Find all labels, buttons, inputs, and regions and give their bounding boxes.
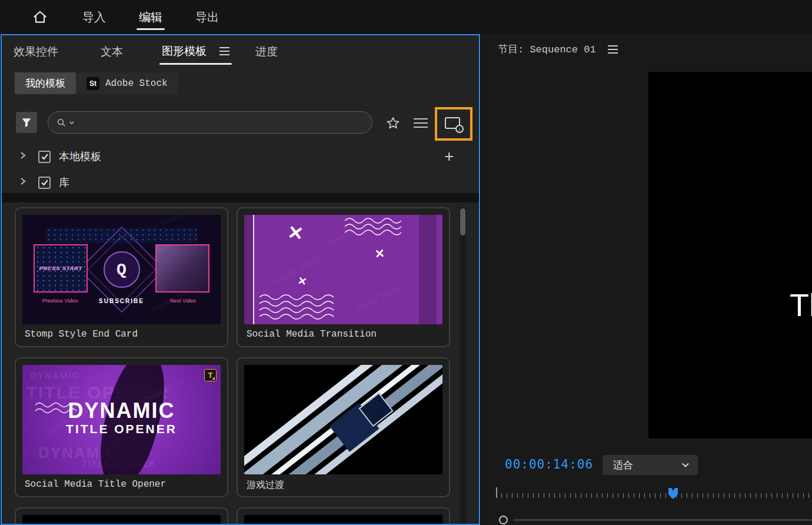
template-title: 游戏过渡 <box>244 479 442 491</box>
tree-row-local-templates[interactable]: 本地模板 + <box>2 145 479 168</box>
tab-export[interactable]: 导出 <box>194 1 220 34</box>
tree-row-libraries[interactable]: 库 <box>2 171 479 194</box>
home-icon <box>32 9 48 25</box>
next-video-label: Next Video <box>154 298 212 304</box>
install-arrow-icon: ↓ <box>455 125 464 133</box>
install-template-button[interactable]: ↓ <box>445 117 462 131</box>
template-title: Social Media Title Opener <box>22 479 221 490</box>
template-card-social-media-transition[interactable]: Adobe Stock Adobe Stock Adobe Stock ✕ ✕ … <box>237 207 450 347</box>
subscribe-label: SUBSCRIBE <box>92 298 151 304</box>
scrollbar-thumb[interactable] <box>460 208 465 235</box>
check-icon <box>41 152 49 161</box>
left-strip <box>244 215 254 324</box>
watermark-text: Adobe Stock <box>354 283 402 314</box>
zoom-fit-label: 适合 <box>613 458 633 472</box>
star-icon <box>386 116 400 130</box>
mode-tabs: 导入 编辑 导出 <box>81 0 220 34</box>
zoom-scroll-handle[interactable] <box>499 516 508 524</box>
tree-label-local-templates: 本地模板 <box>59 149 101 164</box>
tab-graphics-templates[interactable]: 图形模板 <box>162 44 229 60</box>
premiere-app: 导入 编辑 导出 效果控件 文本 图形模板 进度 我的模板 St Adobe S… <box>0 0 812 525</box>
timecode-display[interactable]: 00:00:14:06 <box>505 457 593 471</box>
template-thumbnail <box>244 515 442 525</box>
cross-doodle: ✕ <box>297 275 308 288</box>
app-top-bar: 导入 编辑 导出 <box>0 0 812 34</box>
right-strip <box>419 215 437 324</box>
template-title: Social Media Transition <box>244 329 442 340</box>
template-card-title-opener[interactable]: DYNAMIC TITLE OPENER DYNAMIC TITLE OPENE… <box>15 357 228 497</box>
template-card-stomp-end-card[interactable]: Adobe Stock Adobe Stock Adobe Stock PRES… <box>15 207 228 347</box>
next-video-frame <box>155 244 210 293</box>
home-button[interactable] <box>31 8 49 26</box>
previous-video-frame: PRESS START <box>34 244 88 293</box>
chevron-right-icon[interactable] <box>19 177 26 188</box>
chevron-right-icon[interactable] <box>19 151 26 162</box>
title-line-2: TITLE OPENER <box>22 422 221 436</box>
preview-overlay-text: Th <box>790 287 812 323</box>
ghost-text: DYNAMIC <box>30 370 79 380</box>
search-icon <box>56 118 66 128</box>
press-start-text: PRESS START <box>35 245 87 291</box>
template-thumbnail: Adobe Stock Adobe Stock Adobe Stock PRES… <box>22 215 221 324</box>
watermark-text: Adobe Stock <box>273 254 321 285</box>
program-panel-menu-icon[interactable] <box>608 45 618 54</box>
libraries-checkbox[interactable] <box>38 177 51 189</box>
list-view-button[interactable] <box>414 113 434 133</box>
search-chevron-down-icon <box>69 119 75 125</box>
section-divider <box>2 193 479 202</box>
stock-badge-icon: St <box>86 77 99 90</box>
local-templates-checkbox[interactable] <box>38 151 51 163</box>
check-icon <box>41 178 49 187</box>
annotation-highlight-box: ↓ <box>435 107 472 141</box>
panel-menu-icon[interactable] <box>219 47 229 55</box>
video-preview: Th <box>648 72 812 438</box>
cross-doodle: ✕ <box>287 222 305 243</box>
template-thumbnail <box>22 515 221 525</box>
cross-doodle: ✕ <box>374 247 385 260</box>
template-card-partial[interactable] <box>237 507 450 525</box>
panel-tabs: 效果控件 文本 图形模板 进度 <box>14 41 278 62</box>
tree-label-libraries: 库 <box>59 175 69 190</box>
tab-graphics-templates-label: 图形模板 <box>162 44 207 59</box>
tab-edit[interactable]: 编辑 <box>138 1 164 34</box>
text-template-badge-icon: T <box>204 369 217 381</box>
add-template-button[interactable]: + <box>444 150 454 163</box>
vertical-scrollbar[interactable] <box>460 207 466 524</box>
tab-import[interactable]: 导入 <box>81 1 107 34</box>
graphics-templates-panel: 效果控件 文本 图形模板 进度 我的模板 St Adobe Stock <box>1 34 480 525</box>
timeline-ruler[interactable] <box>496 491 812 498</box>
favorites-filter-button[interactable] <box>383 113 403 133</box>
funnel-icon <box>21 117 32 128</box>
filter-button[interactable] <box>16 112 37 133</box>
title-line-1: DYNAMIC <box>22 399 221 423</box>
adobe-stock-label: Adobe Stock <box>105 78 168 89</box>
squiggle-lines <box>344 217 414 238</box>
template-card-partial[interactable] <box>15 507 228 525</box>
tab-effect-controls[interactable]: 效果控件 <box>14 44 58 59</box>
program-title: 节目: Sequence 01 <box>498 42 596 56</box>
template-title: Stomp Style End Card <box>22 329 221 340</box>
zoom-fit-dropdown[interactable]: 适合 <box>603 455 698 475</box>
template-thumbnail <box>244 365 442 474</box>
search-input[interactable] <box>77 118 364 128</box>
program-header: 节目: Sequence 01 <box>498 42 618 56</box>
template-card-game-transition[interactable]: 游戏过渡 <box>237 357 450 497</box>
title-text-block: DYNAMIC TITLE OPENER <box>22 399 221 437</box>
channel-logo: Q <box>104 251 140 288</box>
tab-progress[interactable]: 进度 <box>255 44 278 59</box>
chevron-down-icon <box>681 462 690 468</box>
search-box[interactable] <box>48 111 372 134</box>
zoom-scroll-track[interactable] <box>513 519 812 521</box>
squiggle-lines <box>258 294 347 320</box>
my-templates-chip[interactable]: 我的模板 <box>15 72 76 94</box>
template-source-chips: 我的模板 St Adobe Stock <box>15 72 178 94</box>
previous-video-label: Previous Video <box>31 298 89 304</box>
tab-text[interactable]: 文本 <box>101 44 123 59</box>
template-thumbnail: DYNAMIC TITLE OPENER DYNAMIC TITLE OPENE… <box>22 365 221 474</box>
adobe-stock-chip[interactable]: St Adobe Stock <box>76 72 178 94</box>
template-thumbnail: Adobe Stock Adobe Stock Adobe Stock ✕ ✕ … <box>244 215 442 324</box>
program-monitor-panel: 节目: Sequence 01 Th 00:00:14:06 适合 <box>481 34 812 525</box>
